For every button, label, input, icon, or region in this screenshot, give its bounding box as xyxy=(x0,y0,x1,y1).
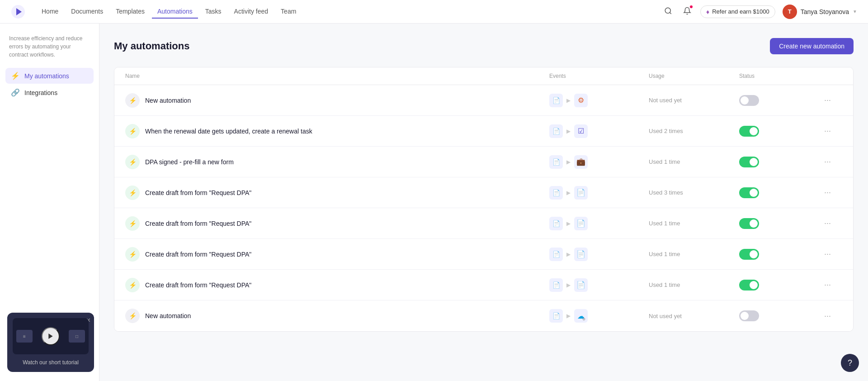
sidebar-item-my-automations-label: My automations xyxy=(24,72,69,80)
status-toggle[interactable] xyxy=(739,157,759,167)
table-row: ⚡ Create draft from form "Request DPA" 📄… xyxy=(114,208,853,239)
search-button[interactable] xyxy=(662,5,674,18)
events-cell: 📄 ▶ 📄 xyxy=(549,278,649,292)
toggle-knob xyxy=(750,189,758,197)
table-row: ⚡ New automation 📄 ▶ ☁⚙ Not used yet ··· xyxy=(114,300,853,331)
arrow-icon: ▶ xyxy=(566,282,571,288)
avatar: T xyxy=(783,5,797,19)
status-toggle[interactable] xyxy=(739,187,759,198)
chevron-down-icon: ▼ xyxy=(853,9,857,14)
doc-icon: 📄 xyxy=(576,219,585,228)
svg-marker-4 xyxy=(48,333,52,339)
trigger-icon: 📄 xyxy=(549,278,563,292)
layout: Increase efficiency and reduce errors by… xyxy=(0,24,868,381)
nav-team[interactable]: Team xyxy=(275,5,302,19)
usage-cell: Used 2 times xyxy=(649,128,739,134)
auto-icon: ⚡ xyxy=(125,309,140,323)
svg-point-2 xyxy=(665,8,670,13)
auto-icon: ⚡ xyxy=(125,186,140,200)
refer-button[interactable]: ♦ Refer and earn $1000 xyxy=(700,5,775,18)
trigger-icon: 📄 xyxy=(549,124,563,138)
status-toggle[interactable] xyxy=(739,126,759,137)
target-icon: ☁⚙ xyxy=(574,309,588,323)
usage-cell: Used 1 time xyxy=(649,158,739,165)
table-row: ⚡ DPA signed - pre-fill a new form 📄 ▶ 💼… xyxy=(114,147,853,177)
doc-trigger-icon: 📄 xyxy=(552,251,560,258)
usage-cell: Used 1 time xyxy=(649,220,739,227)
arrow-icon: ▶ xyxy=(566,190,571,196)
status-toggle-wrap xyxy=(739,280,821,291)
events-cell: 📄 ▶ 📄 xyxy=(549,248,649,261)
create-automation-button[interactable]: Create new automation xyxy=(770,38,854,54)
trigger-icon: 📄 xyxy=(549,217,563,230)
row-name-cell: ⚡ Create draft from form "Request DPA" xyxy=(125,278,549,292)
nav-documents[interactable]: Documents xyxy=(66,5,108,19)
doc-trigger-icon: 📄 xyxy=(552,281,560,289)
more-actions-button[interactable]: ··· xyxy=(821,186,835,199)
more-actions-button[interactable]: ··· xyxy=(821,155,835,168)
auto-icon: ⚡ xyxy=(125,247,140,262)
arrow-icon: ▶ xyxy=(566,97,571,104)
arrow-icon: ▶ xyxy=(566,313,571,319)
table-row: ⚡ Create draft from form "Request DPA" 📄… xyxy=(114,270,853,300)
more-actions-button[interactable]: ··· xyxy=(821,248,835,261)
nav-tasks[interactable]: Tasks xyxy=(200,5,227,19)
more-actions-cell: ··· xyxy=(821,94,842,107)
nav-automations[interactable]: Automations xyxy=(152,5,198,19)
auto-name: DPA signed - pre-fill a new form xyxy=(145,158,234,166)
nav-activity-feed[interactable]: Activity feed xyxy=(229,5,274,19)
events-cell: 📄 ▶ 💼 xyxy=(549,155,649,169)
status-toggle[interactable] xyxy=(739,95,759,106)
more-actions-cell: ··· xyxy=(821,248,842,261)
auto-icon: ⚡ xyxy=(125,93,140,108)
lightning-icon: ⚡ xyxy=(129,251,137,258)
arrow-icon: ▶ xyxy=(566,251,571,257)
arrow-icon: ▶ xyxy=(566,159,571,165)
more-actions-cell: ··· xyxy=(821,124,842,138)
topnav-right: ♦ Refer and earn $1000 T Tanya Stoyanova… xyxy=(662,5,857,19)
lightning-icon: ⚡ xyxy=(129,189,137,196)
toggle-knob xyxy=(741,96,749,105)
nav-templates[interactable]: Templates xyxy=(110,5,150,19)
status-toggle[interactable] xyxy=(739,249,759,260)
status-toggle-wrap xyxy=(739,249,821,260)
usage-cell: Not used yet xyxy=(649,97,739,104)
lightning-icon: ⚡ xyxy=(129,97,137,104)
col-status: Status xyxy=(739,73,821,79)
row-name-cell: ⚡ Create draft from form "Request DPA" xyxy=(125,186,549,200)
main-content: My automations Create new automation Nam… xyxy=(99,24,868,381)
user-menu-button[interactable]: T Tanya Stoyanova ▼ xyxy=(783,5,857,19)
notifications-button[interactable] xyxy=(681,5,693,18)
more-actions-cell: ··· xyxy=(821,310,842,323)
toggle-knob xyxy=(750,219,758,228)
tutorial-label: Watch our short tutorial xyxy=(13,359,89,367)
auto-name: New automation xyxy=(145,97,191,104)
tutorial-play-button[interactable] xyxy=(42,327,60,345)
more-actions-button[interactable]: ··· xyxy=(821,310,835,323)
usage-cell: Not used yet xyxy=(649,313,739,319)
auto-name: When the renewal date gets updated, crea… xyxy=(145,128,312,135)
more-actions-button[interactable]: ··· xyxy=(821,217,835,230)
trigger-icon: 📄 xyxy=(549,309,563,323)
sidebar-description: Increase efficiency and reduce errors by… xyxy=(5,34,94,68)
status-toggle[interactable] xyxy=(739,280,759,291)
more-actions-button[interactable]: ··· xyxy=(821,94,835,107)
more-actions-button[interactable]: ··· xyxy=(821,124,835,138)
status-toggle-wrap xyxy=(739,187,821,198)
sidebar-item-integrations[interactable]: 🔗 Integrations xyxy=(5,85,94,100)
row-name-cell: ⚡ When the renewal date gets updated, cr… xyxy=(125,124,549,138)
status-toggle[interactable] xyxy=(739,310,759,321)
help-button[interactable]: ? xyxy=(841,354,859,372)
col-actions xyxy=(821,73,842,79)
nav-home[interactable]: Home xyxy=(36,5,64,19)
more-actions-button[interactable]: ··· xyxy=(821,278,835,291)
status-toggle-wrap xyxy=(739,218,821,229)
logo[interactable] xyxy=(11,5,25,19)
doc-trigger-icon: 📄 xyxy=(552,128,560,135)
status-toggle[interactable] xyxy=(739,218,759,229)
page-title: My automations xyxy=(114,40,189,52)
sidebar-item-my-automations[interactable]: ⚡ My automations xyxy=(5,68,94,84)
toggle-knob xyxy=(750,158,758,166)
more-actions-cell: ··· xyxy=(821,217,842,230)
target-icon: 📄 xyxy=(574,248,588,261)
